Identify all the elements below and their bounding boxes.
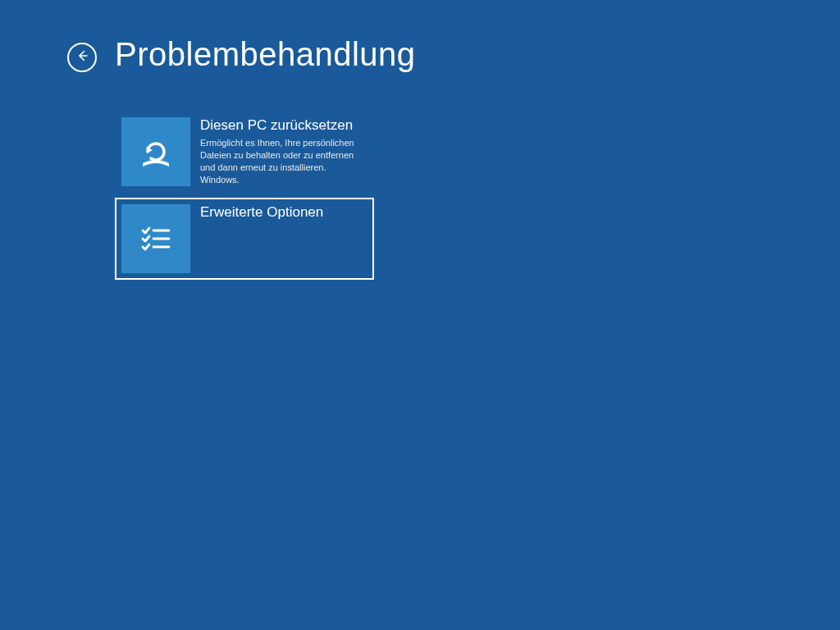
options-list: Diesen PC zurücksetzen Ermöglicht es Ihn… (115, 111, 840, 280)
option-text-wrapper: Erweiterte Optionen (190, 204, 368, 273)
advanced-options-icon (121, 204, 190, 273)
option-advanced[interactable]: Erweiterte Optionen (115, 198, 374, 280)
option-text-wrapper: Diesen PC zurücksetzen Ermöglicht es Ihn… (190, 117, 368, 186)
option-title: Erweiterte Optionen (200, 204, 368, 221)
option-description: Ermöglicht es Ihnen, Ihre persönlichen D… (200, 137, 368, 185)
back-arrow-icon (75, 48, 89, 66)
header: Problembehandlung (0, 0, 840, 73)
option-title: Diesen PC zurücksetzen (200, 117, 368, 134)
reset-icon (121, 117, 190, 186)
page-title: Problembehandlung (115, 36, 416, 73)
back-button[interactable] (67, 43, 97, 72)
option-reset-pc[interactable]: Diesen PC zurücksetzen Ermöglicht es Ihn… (115, 111, 374, 193)
